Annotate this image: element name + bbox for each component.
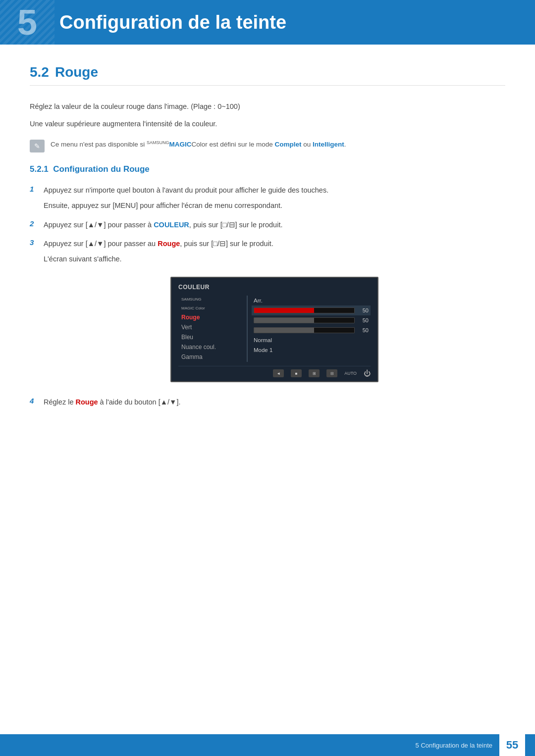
- menu-content: SAMSUNGMAGIC Color Rouge Vert Bleu Nuanc…: [178, 296, 371, 362]
- rouge-label-step3: Rouge: [158, 240, 180, 248]
- samsung-magic-label: SAMSUNGMAGIC Color: [181, 299, 205, 310]
- step-4-content: Réglez le Rouge à l'aide du bouton [▲/▼]…: [44, 396, 505, 408]
- step-1-content: Appuyez sur n'importe quel bouton à l'av…: [44, 184, 505, 197]
- section-title: 5.2Rouge: [30, 64, 505, 86]
- ctrl-icon-1: ◄: [276, 371, 280, 376]
- step-3-number: 3: [30, 238, 44, 247]
- step-3-content: Appuyez sur [▲/▼] pour passer au Rouge, …: [44, 238, 505, 250]
- magic-color: MAGIC: [169, 141, 191, 148]
- chapter-number-box: 5: [0, 0, 54, 45]
- green-bar: [254, 318, 314, 323]
- main-content: 5.2Rouge Réglez la valeur de la couleur …: [0, 45, 535, 455]
- right-item-red: 50: [252, 305, 371, 315]
- note-icon: [30, 140, 45, 152]
- right-item-arr: Arr.: [252, 296, 371, 305]
- step-4-number: 4: [30, 396, 44, 405]
- step-2-number: 2: [30, 219, 44, 228]
- menu-item-gamma: Gamma: [178, 352, 243, 362]
- note-intelligent: Intelligent: [313, 141, 344, 148]
- subsection-title: 5.2.1 Configuration du Rouge: [30, 164, 505, 174]
- note-text: Ce menu n'est pas disponible si SAMSUNGM…: [51, 139, 346, 150]
- page-header: 5 Configuration de la teinte: [0, 0, 535, 45]
- monitor-mockup-container: COULEUR SAMSUNGMAGIC Color Rouge Vert Bl…: [44, 277, 505, 382]
- red-bar: [254, 308, 314, 313]
- menu-item-vert: Vert: [178, 322, 243, 332]
- step-1-text: Appuyez sur n'importe quel bouton à l'av…: [44, 186, 328, 194]
- samsung-sup: SAMSUNG: [147, 140, 169, 145]
- note-text-1: Ce menu n'est pas disponible si: [51, 141, 147, 148]
- step-1-sub: Ensuite, appuyez sur [MENU] pour affiche…: [44, 200, 505, 212]
- ctrl-btn-1: ◄: [273, 369, 284, 377]
- right-item-normal: Normal: [252, 335, 371, 345]
- ctrl-icon-4: ⊟: [330, 371, 334, 376]
- menu-item-nuance: Nuance coul.: [178, 342, 243, 352]
- note-ou: ou: [302, 141, 313, 148]
- menu-item-magic: SAMSUNGMAGIC Color: [178, 296, 243, 312]
- couleur-label: COULEUR: [154, 221, 189, 229]
- menu-divider: [247, 296, 248, 362]
- ctrl-auto-label: AUTO: [344, 371, 357, 376]
- step-3: 3 Appuyez sur [▲/▼] pour passer au Rouge…: [30, 238, 505, 250]
- monitor-mockup: COULEUR SAMSUNGMAGIC Color Rouge Vert Bl…: [170, 277, 378, 382]
- icon-square-1: □/⊟: [222, 221, 235, 229]
- blue-value: 50: [358, 327, 369, 333]
- steps-list: 1 Appuyez sur n'importe quel bouton à l'…: [30, 184, 505, 408]
- normal-label: Normal: [254, 337, 272, 343]
- footer-chapter-text: 5 Configuration de la teinte: [416, 742, 499, 749]
- red-value: 50: [358, 307, 369, 313]
- blue-bar-container: [254, 327, 355, 333]
- step-3-sub: L'écran suivant s'affiche.: [44, 253, 505, 265]
- menu-label: COULEUR: [178, 284, 371, 291]
- ctrl-icon-2: ■: [295, 371, 298, 376]
- green-bar-container: [254, 317, 355, 323]
- description-1: Réglez la valeur de la couleur rouge dan…: [30, 101, 505, 113]
- note-text-2: est défini sur le mode: [208, 141, 275, 148]
- mode-label: Mode 1: [254, 347, 272, 353]
- menu-item-bleu: Bleu: [178, 332, 243, 342]
- blue-bar: [254, 328, 314, 333]
- red-bar-container: [254, 307, 355, 313]
- note-box: Ce menu n'est pas disponible si SAMSUNGM…: [30, 139, 505, 152]
- ctrl-btn-3: ⊞: [309, 369, 320, 377]
- page-footer: 5 Configuration de la teinte 55: [0, 734, 535, 756]
- ctrl-icon-3: ⊞: [313, 371, 316, 376]
- right-item-mode: Mode 1: [252, 345, 371, 355]
- section-heading: Rouge: [55, 64, 98, 80]
- step-4: 4 Réglez le Rouge à l'aide du bouton [▲/…: [30, 396, 505, 408]
- menu-item-rouge: Rouge: [178, 312, 243, 322]
- description-2: Une valeur supérieure augmentera l'inten…: [30, 118, 505, 130]
- note-brand-samsung: SAMSUNGMAGICColor: [147, 141, 208, 148]
- section-number: 5.2: [30, 64, 49, 80]
- right-item-green: 50: [252, 315, 371, 325]
- subsection-number: 5.2.1: [30, 164, 49, 174]
- ctrl-btn-4: ⊟: [326, 369, 337, 377]
- arr-label: Arr.: [254, 298, 263, 303]
- monitor-bottom-bar: ◄ ■ ⊞ ⊟ AUTO ⏻: [178, 366, 371, 377]
- footer-page-number: 55: [499, 734, 525, 756]
- chapter-title: Configuration de la teinte: [54, 12, 286, 33]
- chapter-number: 5: [17, 4, 37, 40]
- step-1-number: 1: [30, 184, 44, 193]
- monitor-screen: COULEUR SAMSUNGMAGIC Color Rouge Vert Bl…: [170, 277, 378, 382]
- ctrl-power-icon: ⏻: [364, 369, 371, 377]
- icon-square-2: □/⊟: [213, 240, 226, 248]
- note-end: .: [344, 141, 346, 148]
- ctrl-btn-2: ■: [291, 369, 302, 377]
- menu-left: SAMSUNGMAGIC Color Rouge Vert Bleu Nuanc…: [178, 296, 243, 362]
- green-value: 50: [358, 317, 369, 323]
- note-complet: Complet: [275, 141, 302, 148]
- subsection-heading: Configuration du Rouge: [53, 164, 150, 174]
- menu-key: MENU: [114, 202, 136, 209]
- step-2: 2 Appuyez sur [▲/▼] pour passer à COULEU…: [30, 219, 505, 231]
- step-2-content: Appuyez sur [▲/▼] pour passer à COULEUR,…: [44, 219, 505, 231]
- right-item-blue: 50: [252, 325, 371, 335]
- rouge-label-step4: Rouge: [75, 398, 98, 406]
- menu-right: Arr. 50: [252, 296, 371, 362]
- step-1: 1 Appuyez sur n'importe quel bouton à l'…: [30, 184, 505, 197]
